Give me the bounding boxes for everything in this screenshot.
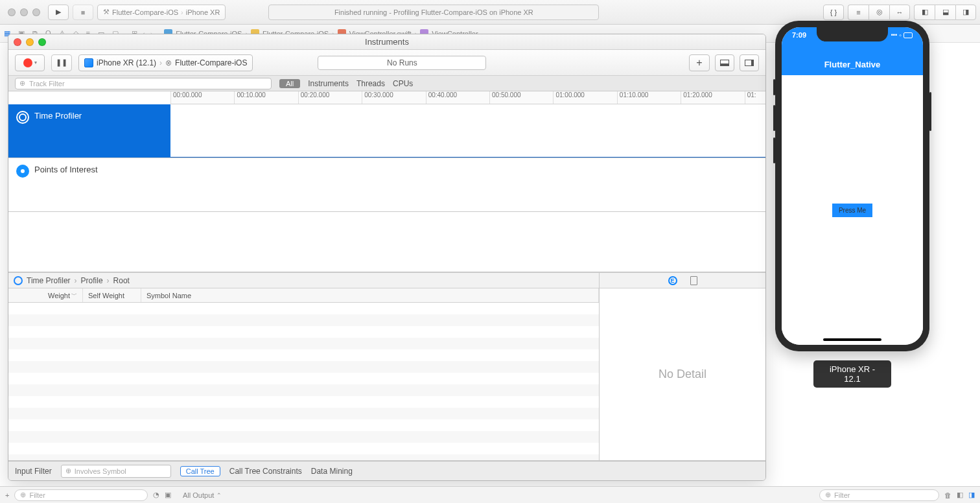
detail-area: Time Profiler Profile Root Weight﹀ Self … [8, 273, 765, 461]
filter-icon: ⊕ [825, 491, 831, 499]
column-headers: Weight﹀ Self Weight Symbol Name [8, 288, 599, 303]
target-picker[interactable]: iPhone XR (12.1) › ⊗ Flutter-Compare-iOS [78, 54, 253, 71]
detail-breadcrumb[interactable]: Time Profiler Profile Root [8, 273, 599, 288]
call-tree-button[interactable]: Call Tree [180, 466, 220, 476]
right-pane-icon[interactable]: ◨ [968, 491, 975, 499]
col-self-weight[interactable]: Self Weight [83, 288, 141, 302]
record-button[interactable]: ▾ [15, 54, 45, 71]
input-filter-label: Input Filter [15, 467, 52, 476]
add-button[interactable]: + [5, 491, 9, 499]
signal-icon: ••• [891, 32, 897, 38]
tab-instruments[interactable]: Instruments [308, 79, 349, 88]
console-filter-input[interactable]: ⊕ Filter [819, 489, 939, 501]
right-panel-toggle[interactable]: ◨ [955, 5, 976, 20]
extended-detail-icon[interactable]: E [668, 276, 677, 285]
track-filter-input[interactable]: ⊕ Track Filter [15, 78, 272, 89]
debug-bottom-bar: All Output ⌃ [176, 486, 814, 503]
minimize-icon[interactable] [20, 8, 28, 16]
filter-icon: ⊕ [19, 79, 25, 88]
call-tree-rows [8, 303, 599, 460]
detail-sidebar: E No Detail [600, 273, 765, 460]
navigator-filter-input[interactable]: ⊕ Filter [14, 489, 148, 501]
document-icon[interactable] [690, 276, 697, 285]
right-panel-toggle[interactable] [740, 54, 759, 71]
ios-simulator: 7:09 ••• ◦ Flutter_Native Press Me iPhon… [775, 21, 929, 388]
simulator-label: iPhone XR - 12.1 [813, 360, 891, 388]
recent-filter-icon[interactable]: ◔ [153, 491, 159, 499]
code-snippets-button[interactable]: { } [823, 5, 844, 20]
tab-all[interactable]: All [279, 79, 300, 88]
navigation-bar: Flutter_Native [782, 53, 923, 75]
timeline-area: 00:00.000 00:10.000 00:20.000 00:30.000 … [8, 91, 765, 273]
output-selector[interactable]: All Output [183, 491, 214, 499]
data-mining-button[interactable]: Data Mining [311, 467, 353, 476]
instruments-bottom-bar: Input Filter ⊕ Involves Symbol Call Tree… [8, 461, 765, 480]
tab-cpus[interactable]: CPUs [393, 79, 413, 88]
window-controls [4, 8, 44, 16]
bottom-panel-toggle[interactable] [715, 54, 734, 71]
scheme-name: Flutter-Compare-iOS [112, 8, 178, 16]
device-name: iPhone XR [186, 8, 220, 16]
add-instrument-button[interactable]: + [689, 54, 710, 71]
instruments-toolbar: ▾ ❚❚ iPhone XR (12.1) › ⊗ Flutter-Compar… [8, 50, 765, 76]
window-title: Instruments [8, 37, 765, 47]
assistant-editor-button[interactable]: ◎ [869, 5, 889, 20]
zoom-icon[interactable] [32, 8, 40, 16]
filter-row: ⊕ Track Filter All Instruments Threads C… [8, 76, 765, 91]
device-notch [817, 27, 888, 41]
editor-mode-group: ≡ ◎ ↔ [848, 5, 910, 20]
app-body: Press Me [782, 75, 923, 345]
profiler-icon [14, 276, 23, 285]
instruments-window: Instruments ▾ ❚❚ iPhone XR (12.1) › ⊗ Fl… [8, 34, 766, 481]
involves-symbol-input[interactable]: ⊕ Involves Symbol [61, 465, 171, 478]
press-me-button[interactable]: Press Me [832, 204, 872, 217]
bottom-panel-toggle[interactable]: ⬓ [935, 5, 955, 20]
volume-up[interactable] [773, 105, 775, 131]
standard-editor-button[interactable]: ≡ [848, 5, 869, 20]
filter-icon: ⊕ [20, 491, 26, 499]
tab-threads[interactable]: Threads [356, 79, 385, 88]
stop-button[interactable]: ■ [73, 5, 93, 20]
navigator-bottom-bar: + ⊕ Filter ◔ ▣ [0, 486, 176, 503]
battery-icon [904, 32, 913, 38]
filter-icon: ⊕ [65, 467, 71, 475]
panel-toggle-group: ◧ ⬓ ◨ [914, 5, 976, 20]
scheme-picker[interactable]: ⚒ Flutter-Compare-iOS › iPhone XR [97, 5, 226, 20]
col-weight[interactable]: Weight﹀ [8, 288, 83, 302]
left-panel-toggle[interactable]: ◧ [914, 5, 935, 20]
time-profiler-icon [16, 111, 29, 124]
console-bottom-bar: ⊕ Filter 🗑 ◧ ◨ [814, 486, 980, 503]
no-detail-label: No Detail [600, 288, 765, 460]
status-time: 7:09 [792, 31, 806, 39]
side-button[interactable] [929, 92, 931, 131]
call-tree-constraints-button[interactable]: Call Tree Constraints [229, 467, 302, 476]
col-symbol[interactable]: Symbol Name [141, 288, 599, 302]
home-indicator[interactable] [823, 338, 881, 341]
volume-down[interactable] [773, 137, 775, 163]
runs-status[interactable]: No Runs [318, 56, 486, 70]
close-icon[interactable] [8, 8, 16, 16]
record-icon [23, 58, 32, 67]
trash-icon[interactable]: 🗑 [944, 491, 951, 499]
scm-filter-icon[interactable]: ▣ [165, 491, 171, 499]
mute-switch[interactable] [773, 79, 775, 95]
timeline-ruler[interactable]: 00:00.000 00:10.000 00:20.000 00:30.000 … [170, 91, 765, 104]
instruments-titlebar: Instruments [8, 34, 765, 50]
pause-button[interactable]: ❚❚ [51, 54, 72, 71]
run-button[interactable]: ▶ [48, 5, 69, 20]
version-editor-button[interactable]: ↔ [889, 5, 910, 20]
wifi-icon: ◦ [899, 31, 902, 39]
device-icon [84, 58, 93, 67]
track-points-of-interest[interactable]: Points of Interest [8, 158, 765, 212]
poi-icon [16, 165, 29, 178]
track-time-profiler[interactable]: Time Profiler [8, 104, 765, 158]
left-pane-icon[interactable]: ◧ [957, 491, 963, 499]
activity-status: Finished running - Profiling Flutter-Com… [268, 5, 599, 20]
